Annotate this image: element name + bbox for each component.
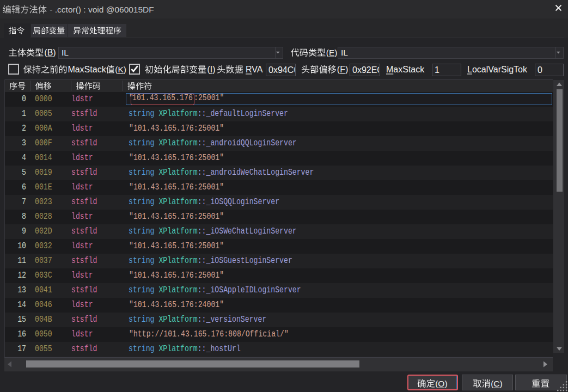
svg-text:(E): (E) [326, 48, 338, 57]
svg-text:MaxStack: MaxStack [386, 65, 425, 74]
svg-text:MaxStack: MaxStack [68, 65, 106, 74]
svg-text:(O): (O) [435, 379, 447, 388]
svg-text:RVA: RVA [243, 65, 263, 74]
svg-text:(K): (K) [115, 65, 126, 74]
svg-text:(C): (C) [491, 379, 503, 388]
svg-text:LocalVarSigTok: LocalVarSigTok [467, 65, 528, 74]
svg-text:(I): (I) [207, 65, 215, 74]
svg-text:(F): (F) [337, 65, 348, 74]
svg-text:(B): (B) [44, 48, 56, 57]
svg-text:- .cctor() : void @060015DF: - .cctor() : void @060015DF [47, 5, 154, 14]
